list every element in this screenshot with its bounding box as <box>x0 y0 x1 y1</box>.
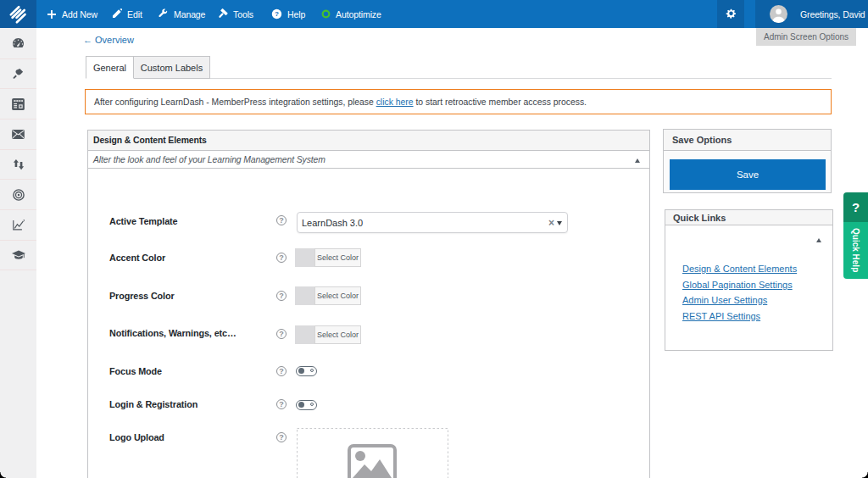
svg-text:?: ? <box>275 10 279 18</box>
